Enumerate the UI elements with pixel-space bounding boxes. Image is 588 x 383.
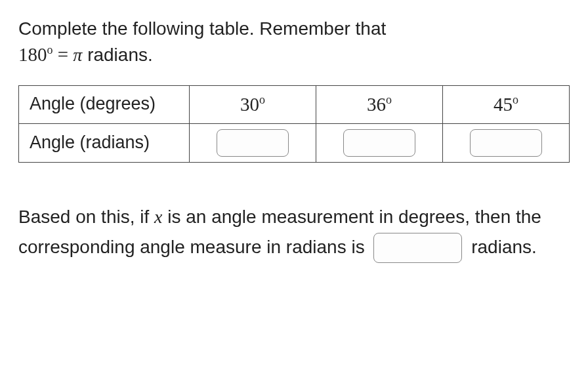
instructions-text: Complete the following table. Remember t… <box>18 16 570 68</box>
degree-cell-3: 45o <box>443 85 570 123</box>
radian-cell-2 <box>316 123 443 162</box>
table-row-degrees: Angle (degrees) 30o 36o 45o <box>19 85 570 123</box>
follow-chunk-3: radians. <box>466 237 536 257</box>
answer-input-formula[interactable] <box>373 233 462 263</box>
row-label-degrees: Angle (degrees) <box>19 85 190 123</box>
follow-up-question: Based on this, if x is an angle measurem… <box>18 202 570 264</box>
variable-x: x <box>154 207 162 227</box>
answer-input-rad-3[interactable] <box>470 129 542 157</box>
answer-input-rad-2[interactable] <box>343 129 415 157</box>
answer-input-rad-1[interactable] <box>217 129 289 157</box>
instruction-line-1: Complete the following table. Remember t… <box>18 18 386 39</box>
radian-cell-1 <box>190 123 316 162</box>
conversion-table: Angle (degrees) 30o 36o 45o Angle (radia… <box>18 85 570 163</box>
radian-cell-3 <box>443 123 570 162</box>
table-row-radians: Angle (radians) <box>19 123 570 162</box>
degree-cell-1: 30o <box>190 85 316 123</box>
follow-chunk-1: Based on this, if <box>18 207 154 227</box>
degree-cell-2: 36o <box>316 85 443 123</box>
row-label-radians: Angle (radians) <box>19 123 190 162</box>
equals-sign: = <box>58 44 74 65</box>
instruction-180: 180o <box>18 44 58 65</box>
pi-symbol: π <box>73 45 82 65</box>
radians-word: radians. <box>82 45 152 65</box>
